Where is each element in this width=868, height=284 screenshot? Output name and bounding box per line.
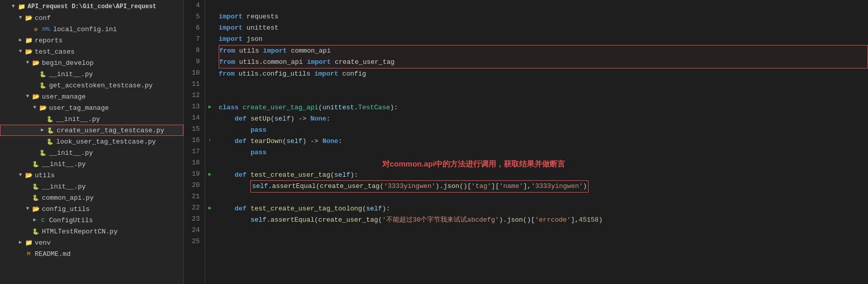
red-inline-box: self.assertEqual(create_user_tag('3333yi… (250, 180, 588, 193)
chevron-look-user-tag (38, 137, 46, 146)
tree-item-conf[interactable]: 📂 conf (0, 12, 183, 23)
line-num-16: 16 (184, 135, 200, 146)
gutter-13-run[interactable] (205, 101, 215, 112)
create-user-tag-testcase-label: create_user_tag_testcase.py (57, 127, 183, 134)
common-api-label: common_api.py (42, 194, 183, 202)
code-line-8: from utils import common_api (219, 45, 867, 57)
init-py-5-label: __init__.py (42, 183, 183, 191)
line-num-12: 12 (184, 90, 200, 101)
tree-item-init-py-3[interactable]: 🐍 __init__.py (0, 147, 183, 158)
python-icon-get-accestoken: 🐍 (39, 81, 47, 89)
tree-item-init-py-4[interactable]: 🐍 __init__.py (0, 158, 183, 170)
ini-icon: ⚙ (32, 25, 40, 33)
gutter-17 (205, 146, 215, 157)
gutter: ↑ (205, 0, 215, 284)
user-tag-manage-label: user_tag_manage (49, 104, 183, 112)
code-line-13: class create_user_tag_api(unittest.TestC… (219, 102, 868, 113)
tree-item-test-cases[interactable]: 📂 test_cases (0, 46, 183, 57)
folder-utils-icon: 📂 (25, 171, 33, 179)
gutter-7 (205, 34, 215, 45)
line-num-15: 15 (184, 124, 200, 135)
code-line-20: self.assertEqual(create_user_tag('3333yi… (219, 181, 868, 192)
tree-item-create-user-tag-testcase[interactable]: 🐍 create_user_tag_testcase.py (0, 125, 183, 136)
folder-user-tag-manage-icon: 📂 (39, 104, 47, 112)
line-num-5: 5 (184, 11, 200, 22)
tree-item-init-py-1[interactable]: 🐍 __init__.py (0, 68, 183, 80)
tree-item-config-utils[interactable]: 📂 config_utils (0, 203, 183, 215)
line-numbers: 4 5 6 7 8 9 10 11 12 13 14 15 16 17 18 1… (184, 0, 205, 284)
line-num-18: 18 (184, 157, 200, 169)
chevron-user-manage (24, 92, 32, 101)
gutter-10 (205, 67, 215, 79)
chevron-local-config (24, 25, 32, 33)
code-line-4 (219, 0, 868, 11)
code-editor: 4 5 6 7 8 9 10 11 12 13 14 15 16 17 18 1… (184, 0, 868, 284)
code-line-14: def setUp(self) -> None: (219, 113, 868, 125)
annotation-text: 对common.api中的方法进行调用，获取结果并做断言 (382, 158, 565, 170)
code-line-25 (219, 237, 868, 248)
gutter-11 (205, 79, 215, 90)
line-num-23: 23 (184, 214, 200, 225)
chevron-user-tag-manage (31, 104, 39, 112)
tree-item-readme[interactable]: M README.md (0, 248, 183, 259)
folder-reports-icon: 📁 (25, 36, 33, 44)
chevron-begin-develop (24, 59, 32, 67)
tree-item-init-py-5[interactable]: 🐍 __init__.py (0, 181, 183, 192)
line-num-13: 13 (184, 101, 200, 112)
tree-item-html-test-report[interactable]: 🐍 HTMLTestReportCN.py (0, 226, 183, 237)
chevron-conf (16, 14, 25, 22)
tree-item-user-manage[interactable]: 📂 user_manage (0, 91, 183, 102)
tree-item-user-tag-manage[interactable]: 📂 user_tag_manage (0, 102, 183, 113)
tree-item-init-py-2[interactable]: 🐍 __init__.py (0, 113, 183, 125)
test-cases-label: test_cases (35, 48, 183, 56)
line-num-21: 21 (184, 191, 200, 202)
code-line-24 (219, 226, 868, 237)
folder-venv-icon: 📁 (25, 239, 33, 247)
chevron-init-1 (31, 70, 39, 78)
tree-item-venv[interactable]: 📁 venv (0, 237, 183, 248)
gutter-5 (205, 11, 215, 22)
config-utils-class-label: ConfigUtils (49, 217, 183, 224)
code-line-19: def test_create_user_tag(self): (219, 170, 868, 181)
chevron-config-utils-class (31, 216, 39, 224)
line-num-17: 17 (184, 146, 200, 157)
chevron-reports (16, 36, 25, 44)
venv-label: venv (35, 239, 183, 247)
chevron-root (9, 3, 17, 11)
tree-item-begin-develop[interactable]: 📂 begin_develop (0, 57, 183, 68)
get-accestoken-label: get_accestoken_testcase.py (49, 82, 183, 89)
gutter-22-run[interactable] (205, 202, 215, 214)
python-icon-1: 🐍 (39, 70, 47, 78)
python-icon-2: 🐍 (46, 115, 54, 123)
gutter-14 (205, 112, 215, 124)
folder-conf-icon: 📂 (25, 14, 33, 22)
code-line-9: from utils.common_api import create_user… (219, 57, 867, 68)
tree-root[interactable]: 📁 API_request D:\Git_code\API_request (0, 1, 183, 12)
line-num-4: 4 (184, 0, 200, 11)
line-num-8: 8 (184, 45, 200, 56)
tree-item-reports[interactable]: 📁 reports (0, 35, 183, 46)
tree-item-common-api[interactable]: 🐍 common_api.py (0, 192, 183, 203)
look-user-tag-label: look_user_tag_testcase.py (56, 138, 183, 146)
tree-item-look-user-tag[interactable]: 🐍 look_user_tag_testcase.py (0, 136, 183, 147)
line-num-9: 9 (184, 56, 200, 67)
code-line-17: pass (219, 147, 868, 158)
line-num-6: 6 (184, 22, 200, 34)
line-num-14: 14 (184, 112, 200, 124)
tree-item-local-config[interactable]: ⚙ XML local_config.ini (0, 23, 183, 35)
tree-item-get-accestoken[interactable]: 🐍 get_accestoken_testcase.py (0, 80, 183, 91)
gutter-15 (205, 124, 215, 135)
gutter-25 (205, 236, 215, 247)
tree-item-utils[interactable]: 📂 utils (0, 170, 183, 181)
md-icon: M (25, 250, 33, 258)
chevron-init-2 (38, 115, 46, 123)
tree-item-config-utils-class[interactable]: C ConfigUtils (0, 215, 183, 226)
code-line-22: def test_create_user_tag_toolong(self): (219, 203, 868, 215)
user-manage-label: user_manage (42, 93, 183, 101)
python-icon-create-user-tag: 🐍 (46, 126, 55, 134)
chevron-readme (16, 250, 25, 258)
config-utils-label: config_utils (42, 205, 183, 213)
gutter-19-run[interactable] (205, 169, 215, 180)
chevron-init-5 (24, 182, 32, 191)
file-tree[interactable]: 📁 API_request D:\Git_code\API_request 📂 … (0, 0, 184, 284)
